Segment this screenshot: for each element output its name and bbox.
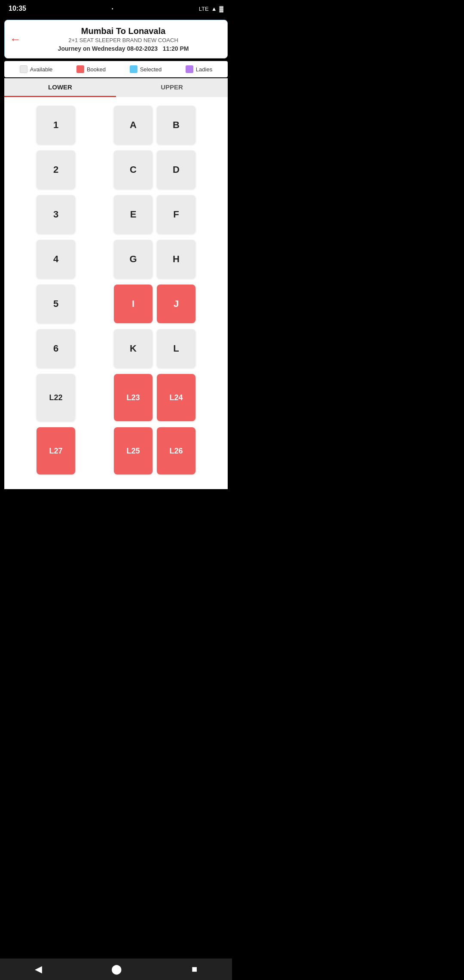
route-title: Mumbai To Lonavala [26,26,220,36]
legend-ladies: Ladies [186,65,212,73]
seat-row-3: 3 E F [9,195,223,234]
seat-4[interactable]: 4 [37,240,75,279]
seat-B[interactable]: B [157,106,195,144]
header: ← Mumbai To Lonavala 2+1 SEAT SLEEPER BR… [4,20,228,58]
seat-L22[interactable]: L22 [37,374,75,421]
back-button[interactable]: ← [10,34,21,45]
signal-icon: ▲ [211,6,217,12]
booked-label: Booked [87,66,106,73]
status-time: 10:35 [9,5,26,12]
seat-1[interactable]: 1 [37,106,75,144]
seat-L27[interactable]: L27 [37,427,75,475]
selected-label: Selected [140,66,162,73]
legend-available: Available [20,65,53,73]
seat-row-5: 5 I J [9,285,223,323]
seat-G[interactable]: G [114,240,153,279]
seat-J[interactable]: J [157,285,195,323]
seat-C[interactable]: C [114,150,153,189]
tab-lower[interactable]: LOWER [4,78,116,97]
seat-row-2: 2 C D [9,150,223,189]
seat-row-1: 1 A B [9,106,223,144]
seat-5[interactable]: 5 [37,285,75,323]
notification-dot [61,26,64,30]
coach-info: 2+1 SEAT SLEEPER BRAND NEW COACH [26,37,220,43]
journey-date: Wednesday 08-02-2023 [92,45,158,52]
journey-info: Journey on Wednesday 08-02-2023 11:20 PM [26,45,220,52]
ladies-icon [186,65,193,73]
seat-D[interactable]: D [157,150,195,189]
seat-K[interactable]: K [114,329,153,368]
seat-L26[interactable]: L26 [157,427,195,475]
journey-label: Journey on [58,45,90,52]
journey-time: 11:20 PM [163,45,189,52]
seat-6[interactable]: 6 [37,329,75,368]
seat-L25[interactable]: L25 [114,427,153,475]
seat-grid: 1 A B 2 C D 3 E F 4 G H 5 [4,97,228,489]
seat-2[interactable]: 2 [37,150,75,189]
seat-L24[interactable]: L24 [157,374,195,421]
legend-booked: Booked [76,65,106,73]
seat-F[interactable]: F [157,195,195,234]
seat-L[interactable]: L [157,329,195,368]
status-bar: 10:35 • LTE ▲ ▓ [0,0,232,17]
seat-3[interactable]: 3 [37,195,75,234]
battery-icon: ▓ [220,6,223,12]
status-icons: LTE ▲ ▓ [199,6,223,12]
seat-row-4: 4 G H [9,240,223,279]
booked-icon [76,65,84,73]
ladies-label: Ladies [196,66,212,73]
available-label: Available [30,66,53,73]
legend: Available Booked Selected Ladies [4,61,228,77]
selected-icon [130,65,137,73]
status-dot: • [112,6,113,11]
available-icon [20,65,27,73]
network-indicator: LTE [199,6,209,12]
seat-L23[interactable]: L23 [114,374,153,421]
seat-E[interactable]: E [114,195,153,234]
seat-row-l22: L22 L23 L24 [9,374,223,421]
seat-row-6: 6 K L [9,329,223,368]
seat-row-l25: L27 L25 L26 [9,427,223,475]
tabs: LOWER UPPER [4,78,228,97]
legend-selected: Selected [130,65,162,73]
seat-A[interactable]: A [114,106,153,144]
seat-H[interactable]: H [157,240,195,279]
tab-upper[interactable]: UPPER [116,78,228,97]
seat-I[interactable]: I [114,285,153,323]
